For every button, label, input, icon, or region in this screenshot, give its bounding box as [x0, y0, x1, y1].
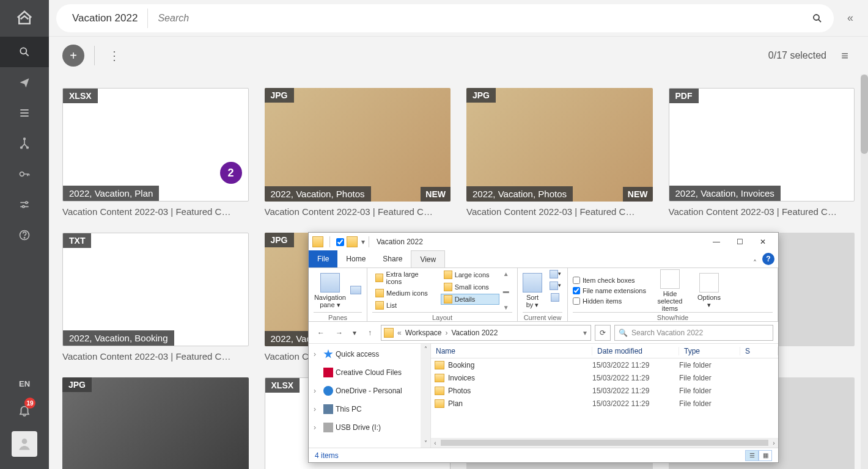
breadcrumb[interactable]: Workspace	[403, 329, 444, 337]
add-button[interactable]: +	[62, 45, 84, 67]
card[interactable]: JPG2022, Vacation, PhotosNEWVacation Con…	[265, 88, 451, 217]
card[interactable]: XLSX2022, Vacation, Plan2Vacation Conten…	[62, 88, 249, 217]
sort-by-button[interactable]: Sort by ▾	[523, 269, 542, 312]
search-button[interactable]	[807, 8, 828, 29]
panes-extra-button[interactable]	[350, 269, 362, 312]
file-type-badge: XLSX	[63, 89, 98, 103]
user-avatar[interactable]	[12, 431, 37, 457]
table-row[interactable]: Plan15/03/2022 11:29File folder	[431, 397, 778, 410]
ribbon: Navigation pane ▾ Panes Extra large icon…	[309, 268, 778, 322]
window-title: Vacation 2022	[377, 238, 423, 246]
tab-view[interactable]: View	[411, 250, 445, 267]
nav-scrollbar[interactable]	[421, 344, 430, 448]
address-bar[interactable]: « Workspace › Vacation 2022 ▾	[381, 325, 591, 341]
options-button[interactable]: Options ▾	[694, 269, 724, 312]
table-row[interactable]: Photos15/03/2022 11:29File folder	[431, 384, 778, 397]
scroll-left[interactable]: ‹	[431, 440, 440, 446]
refresh-button[interactable]: ⟳	[595, 325, 611, 341]
tags-badge: 2022, Vacation, Photos	[265, 186, 371, 202]
up-button[interactable]: ↑	[362, 325, 377, 340]
scrollbar-thumb[interactable]	[861, 75, 868, 154]
card[interactable]: TXT2022, Vacation, BookingVacation Conte…	[62, 233, 249, 362]
nav-key-icon[interactable]	[0, 159, 49, 189]
scroll-right[interactable]: ›	[770, 440, 778, 446]
search-input[interactable]	[150, 6, 807, 31]
col-type[interactable]: Type	[679, 347, 740, 355]
breadcrumb[interactable]: Vacation 2022	[449, 329, 501, 337]
nav-onedrive[interactable]: ›OneDrive - Personal	[311, 384, 428, 398]
maximize-button[interactable]: ☐	[728, 233, 751, 251]
layout-lg[interactable]: Large icons	[441, 269, 499, 280]
file-type-badge: TXT	[63, 233, 91, 248]
nav-scroll-up[interactable]: ˄	[421, 344, 430, 354]
layout-list[interactable]: List	[372, 300, 437, 311]
close-button[interactable]: ✕	[751, 233, 774, 251]
nav-this-pc[interactable]: ›This PC	[311, 402, 428, 416]
card[interactable]: PDF2022, Vacation, InvoicesVacation Cont…	[669, 88, 855, 217]
language-switch[interactable]: EN	[0, 371, 49, 396]
check-itemcheckboxes[interactable]: Item check boxes	[573, 276, 646, 285]
divider	[94, 46, 95, 65]
nav-tree-icon[interactable]	[0, 128, 49, 159]
minimize-button[interactable]: —	[705, 233, 728, 251]
tab-share[interactable]: Share	[374, 250, 411, 267]
back-button[interactable]: ←	[314, 325, 328, 340]
group-by-button[interactable]: ▾	[546, 269, 564, 279]
tags-badge: 2022, Vacation, Invoices	[669, 186, 781, 201]
nav-creative-cloud[interactable]: Creative Cloud Files	[311, 366, 428, 379]
navigation-pane-button[interactable]: Navigation pane ▾	[314, 269, 347, 312]
notifications-button[interactable]: 19	[0, 396, 49, 425]
layout-sm[interactable]: Small icons	[441, 282, 499, 293]
card[interactable]: JPG2022, Vacation, PhotosNEWVacation Con…	[466, 88, 653, 217]
collapse-panel-icon[interactable]: «	[840, 8, 861, 29]
qat-checkbox[interactable]	[336, 238, 344, 246]
svg-point-10	[814, 15, 819, 20]
row-type: File folder	[679, 361, 712, 369]
view-thumb-icon[interactable]: ▦	[759, 450, 772, 461]
h-scrollbar[interactable]	[441, 440, 768, 446]
nav-quick-access[interactable]: ›Quick access	[311, 347, 428, 361]
help-icon[interactable]: ?	[762, 253, 774, 265]
nav-sliders-icon[interactable]	[0, 189, 49, 220]
nav-help-icon[interactable]	[0, 220, 49, 250]
layout-details[interactable]: Details	[441, 294, 499, 305]
forward-button[interactable]: →	[332, 325, 347, 340]
table-row[interactable]: Booking15/03/2022 11:29File folder	[431, 358, 778, 371]
col-date[interactable]: Date modified	[592, 347, 679, 355]
explorer-search[interactable]: 🔍Search Vacation 2022	[614, 325, 773, 341]
view-details-icon[interactable]: ☰	[745, 450, 759, 461]
col-extra[interactable]: S	[740, 347, 778, 355]
nav-menu-icon[interactable]	[0, 98, 49, 128]
nav-share-icon[interactable]	[0, 67, 49, 98]
layout-md[interactable]: Medium icons	[372, 288, 437, 299]
folder-icon	[347, 236, 358, 247]
overflow-menu-icon[interactable]: ⋮	[105, 46, 124, 65]
nav-usb-drive[interactable]: ›USB Drive (I:)	[311, 421, 428, 434]
window-titlebar[interactable]: ▾ Vacation 2022 — ☐ ✕	[309, 233, 778, 251]
row-date: 15/03/2022 11:29	[592, 399, 679, 408]
file-type-badge: JPG	[62, 377, 92, 392]
nav-scroll-down[interactable]: ˅	[421, 438, 430, 448]
tab-home[interactable]: Home	[337, 250, 374, 267]
top-bar: Vacation 2022 «	[49, 0, 868, 37]
search-scope[interactable]: Vacation 2022	[62, 9, 148, 28]
col-name[interactable]: Name	[431, 347, 592, 355]
size-columns-button[interactable]	[546, 293, 564, 302]
row-date: 15/03/2022 11:29	[592, 361, 679, 369]
card[interactable]: JPG	[62, 377, 249, 469]
addr-dropdown[interactable]: ▾	[582, 329, 588, 337]
view-menu-icon[interactable]: ≡	[835, 46, 855, 65]
layout-xl[interactable]: Extra large icons	[372, 269, 437, 286]
tab-file[interactable]: File	[309, 250, 337, 267]
table-row[interactable]: Invoices15/03/2022 11:29File folder	[431, 371, 778, 384]
hide-selected-button[interactable]: Hide selected items	[650, 269, 690, 312]
nav-pane: ›Quick access Creative Cloud Files ›OneD…	[309, 344, 431, 448]
app-logo	[0, 0, 49, 37]
check-hiddenitems[interactable]: Hidden items	[573, 297, 646, 305]
row-name: Booking	[448, 361, 592, 369]
history-dropdown[interactable]: ▾	[350, 325, 359, 340]
add-columns-button[interactable]: ▾	[546, 281, 564, 291]
ribbon-collapse-icon[interactable]: ˄	[748, 259, 762, 267]
check-extensions[interactable]: File name extensions	[573, 286, 646, 295]
nav-search[interactable]	[0, 37, 49, 67]
